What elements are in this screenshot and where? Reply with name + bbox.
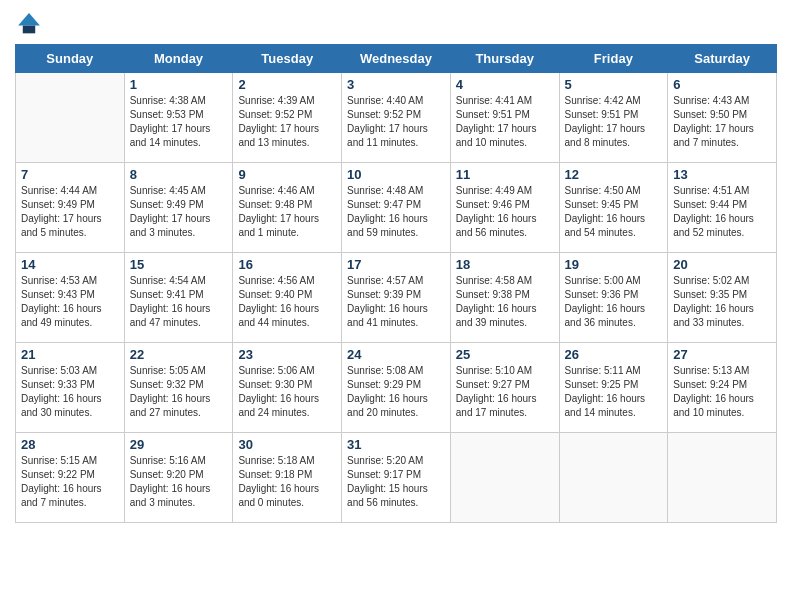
day-info: Sunrise: 5:02 AM Sunset: 9:35 PM Dayligh… <box>673 274 771 330</box>
day-info: Sunrise: 4:42 AM Sunset: 9:51 PM Dayligh… <box>565 94 663 150</box>
day-info: Sunrise: 4:56 AM Sunset: 9:40 PM Dayligh… <box>238 274 336 330</box>
day-info: Sunrise: 4:57 AM Sunset: 9:39 PM Dayligh… <box>347 274 445 330</box>
calendar-cell: 6Sunrise: 4:43 AM Sunset: 9:50 PM Daylig… <box>668 73 777 163</box>
day-info: Sunrise: 5:20 AM Sunset: 9:17 PM Dayligh… <box>347 454 445 510</box>
day-info: Sunrise: 5:11 AM Sunset: 9:25 PM Dayligh… <box>565 364 663 420</box>
day-info: Sunrise: 5:08 AM Sunset: 9:29 PM Dayligh… <box>347 364 445 420</box>
day-number: 26 <box>565 347 663 362</box>
calendar-cell: 24Sunrise: 5:08 AM Sunset: 9:29 PM Dayli… <box>342 343 451 433</box>
day-info: Sunrise: 4:44 AM Sunset: 9:49 PM Dayligh… <box>21 184 119 240</box>
calendar-cell: 5Sunrise: 4:42 AM Sunset: 9:51 PM Daylig… <box>559 73 668 163</box>
calendar-cell: 20Sunrise: 5:02 AM Sunset: 9:35 PM Dayli… <box>668 253 777 343</box>
calendar-cell: 23Sunrise: 5:06 AM Sunset: 9:30 PM Dayli… <box>233 343 342 433</box>
day-number: 28 <box>21 437 119 452</box>
calendar-cell: 28Sunrise: 5:15 AM Sunset: 9:22 PM Dayli… <box>16 433 125 523</box>
week-row-3: 14Sunrise: 4:53 AM Sunset: 9:43 PM Dayli… <box>16 253 777 343</box>
day-info: Sunrise: 5:18 AM Sunset: 9:18 PM Dayligh… <box>238 454 336 510</box>
day-number: 11 <box>456 167 554 182</box>
day-number: 10 <box>347 167 445 182</box>
calendar-table: SundayMondayTuesdayWednesdayThursdayFrid… <box>15 44 777 523</box>
calendar-cell: 16Sunrise: 4:56 AM Sunset: 9:40 PM Dayli… <box>233 253 342 343</box>
day-info: Sunrise: 4:50 AM Sunset: 9:45 PM Dayligh… <box>565 184 663 240</box>
day-info: Sunrise: 5:06 AM Sunset: 9:30 PM Dayligh… <box>238 364 336 420</box>
day-info: Sunrise: 4:39 AM Sunset: 9:52 PM Dayligh… <box>238 94 336 150</box>
calendar-cell: 11Sunrise: 4:49 AM Sunset: 9:46 PM Dayli… <box>450 163 559 253</box>
day-info: Sunrise: 4:41 AM Sunset: 9:51 PM Dayligh… <box>456 94 554 150</box>
day-info: Sunrise: 5:15 AM Sunset: 9:22 PM Dayligh… <box>21 454 119 510</box>
calendar-cell: 8Sunrise: 4:45 AM Sunset: 9:49 PM Daylig… <box>124 163 233 253</box>
calendar-cell <box>559 433 668 523</box>
day-number: 19 <box>565 257 663 272</box>
day-info: Sunrise: 4:46 AM Sunset: 9:48 PM Dayligh… <box>238 184 336 240</box>
day-number: 15 <box>130 257 228 272</box>
day-number: 25 <box>456 347 554 362</box>
week-row-2: 7Sunrise: 4:44 AM Sunset: 9:49 PM Daylig… <box>16 163 777 253</box>
weekday-header-thursday: Thursday <box>450 45 559 73</box>
weekday-header-saturday: Saturday <box>668 45 777 73</box>
weekday-header-tuesday: Tuesday <box>233 45 342 73</box>
calendar-cell: 1Sunrise: 4:38 AM Sunset: 9:53 PM Daylig… <box>124 73 233 163</box>
day-number: 5 <box>565 77 663 92</box>
day-number: 8 <box>130 167 228 182</box>
week-row-4: 21Sunrise: 5:03 AM Sunset: 9:33 PM Dayli… <box>16 343 777 433</box>
day-number: 3 <box>347 77 445 92</box>
day-number: 14 <box>21 257 119 272</box>
day-number: 22 <box>130 347 228 362</box>
weekday-header-sunday: Sunday <box>16 45 125 73</box>
weekday-header-monday: Monday <box>124 45 233 73</box>
calendar-cell: 13Sunrise: 4:51 AM Sunset: 9:44 PM Dayli… <box>668 163 777 253</box>
day-info: Sunrise: 4:38 AM Sunset: 9:53 PM Dayligh… <box>130 94 228 150</box>
day-number: 29 <box>130 437 228 452</box>
day-info: Sunrise: 4:43 AM Sunset: 9:50 PM Dayligh… <box>673 94 771 150</box>
logo-icon <box>15 10 43 38</box>
calendar-cell: 7Sunrise: 4:44 AM Sunset: 9:49 PM Daylig… <box>16 163 125 253</box>
day-info: Sunrise: 4:54 AM Sunset: 9:41 PM Dayligh… <box>130 274 228 330</box>
day-number: 1 <box>130 77 228 92</box>
day-number: 31 <box>347 437 445 452</box>
day-info: Sunrise: 4:45 AM Sunset: 9:49 PM Dayligh… <box>130 184 228 240</box>
day-number: 24 <box>347 347 445 362</box>
calendar-cell: 17Sunrise: 4:57 AM Sunset: 9:39 PM Dayli… <box>342 253 451 343</box>
day-number: 2 <box>238 77 336 92</box>
weekday-header-wednesday: Wednesday <box>342 45 451 73</box>
calendar-cell: 22Sunrise: 5:05 AM Sunset: 9:32 PM Dayli… <box>124 343 233 433</box>
day-info: Sunrise: 5:00 AM Sunset: 9:36 PM Dayligh… <box>565 274 663 330</box>
calendar-cell: 31Sunrise: 5:20 AM Sunset: 9:17 PM Dayli… <box>342 433 451 523</box>
day-number: 20 <box>673 257 771 272</box>
day-number: 6 <box>673 77 771 92</box>
calendar-cell <box>450 433 559 523</box>
calendar-cell: 10Sunrise: 4:48 AM Sunset: 9:47 PM Dayli… <box>342 163 451 253</box>
day-number: 9 <box>238 167 336 182</box>
calendar-cell: 2Sunrise: 4:39 AM Sunset: 9:52 PM Daylig… <box>233 73 342 163</box>
logo <box>15 10 47 38</box>
calendar-cell: 30Sunrise: 5:18 AM Sunset: 9:18 PM Dayli… <box>233 433 342 523</box>
day-number: 16 <box>238 257 336 272</box>
day-number: 18 <box>456 257 554 272</box>
day-info: Sunrise: 4:48 AM Sunset: 9:47 PM Dayligh… <box>347 184 445 240</box>
day-info: Sunrise: 4:58 AM Sunset: 9:38 PM Dayligh… <box>456 274 554 330</box>
calendar-cell: 25Sunrise: 5:10 AM Sunset: 9:27 PM Dayli… <box>450 343 559 433</box>
weekday-header-friday: Friday <box>559 45 668 73</box>
day-number: 13 <box>673 167 771 182</box>
calendar-cell: 9Sunrise: 4:46 AM Sunset: 9:48 PM Daylig… <box>233 163 342 253</box>
calendar-cell: 27Sunrise: 5:13 AM Sunset: 9:24 PM Dayli… <box>668 343 777 433</box>
day-number: 7 <box>21 167 119 182</box>
day-number: 30 <box>238 437 336 452</box>
calendar-cell: 14Sunrise: 4:53 AM Sunset: 9:43 PM Dayli… <box>16 253 125 343</box>
svg-rect-2 <box>23 26 35 34</box>
day-number: 21 <box>21 347 119 362</box>
svg-marker-1 <box>18 13 40 25</box>
day-info: Sunrise: 5:03 AM Sunset: 9:33 PM Dayligh… <box>21 364 119 420</box>
calendar-cell: 15Sunrise: 4:54 AM Sunset: 9:41 PM Dayli… <box>124 253 233 343</box>
day-number: 12 <box>565 167 663 182</box>
calendar-cell: 26Sunrise: 5:11 AM Sunset: 9:25 PM Dayli… <box>559 343 668 433</box>
calendar-cell: 18Sunrise: 4:58 AM Sunset: 9:38 PM Dayli… <box>450 253 559 343</box>
calendar-cell: 19Sunrise: 5:00 AM Sunset: 9:36 PM Dayli… <box>559 253 668 343</box>
calendar-cell: 4Sunrise: 4:41 AM Sunset: 9:51 PM Daylig… <box>450 73 559 163</box>
day-info: Sunrise: 5:05 AM Sunset: 9:32 PM Dayligh… <box>130 364 228 420</box>
day-info: Sunrise: 5:10 AM Sunset: 9:27 PM Dayligh… <box>456 364 554 420</box>
week-row-1: 1Sunrise: 4:38 AM Sunset: 9:53 PM Daylig… <box>16 73 777 163</box>
calendar-cell: 12Sunrise: 4:50 AM Sunset: 9:45 PM Dayli… <box>559 163 668 253</box>
calendar-cell: 21Sunrise: 5:03 AM Sunset: 9:33 PM Dayli… <box>16 343 125 433</box>
day-info: Sunrise: 5:16 AM Sunset: 9:20 PM Dayligh… <box>130 454 228 510</box>
